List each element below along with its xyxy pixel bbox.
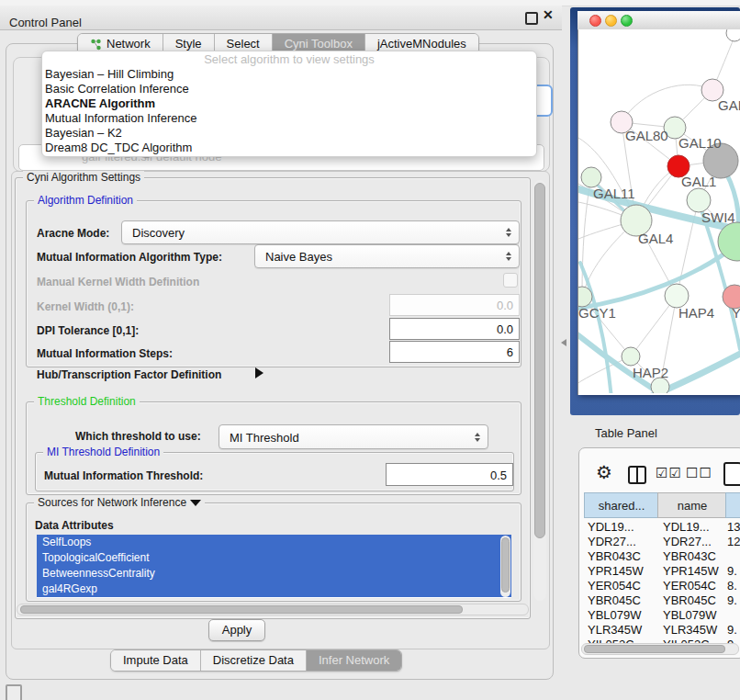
scrollbar-thumb[interactable] (534, 183, 545, 538)
control-panel-header: Control Panel (0, 6, 562, 30)
network-graph: GAL GAL80 GAL10 GAL1 GAL11 SWI4 GAL4 GCY… (578, 29, 740, 393)
group-title: Algorithm Definition (34, 194, 137, 208)
collapse-arrow-icon[interactable] (190, 500, 201, 506)
which-threshold-label: Which threshold to use: (75, 430, 201, 443)
node-label: HAP2 (633, 365, 668, 380)
aracne-mode-label: Aracne Mode: (37, 227, 109, 240)
table-cell[interactable]: YDL19... (663, 520, 710, 534)
table-cell[interactable]: YPR145W (663, 564, 719, 578)
tab-label: Impute Data (123, 650, 188, 671)
node-label: SWI4 (701, 209, 735, 225)
table-cell[interactable]: YBR043C (588, 549, 641, 563)
column-header-name[interactable]: name (657, 492, 727, 518)
tab-label: Infer Network (319, 650, 389, 671)
column-header-shared-name[interactable]: shared... (584, 492, 659, 518)
columns-icon[interactable] (628, 466, 646, 484)
tab-discretize-data[interactable]: Discretize Data (201, 650, 307, 671)
panel-divider-handle[interactable] (561, 339, 566, 346)
node-label: GAL (718, 97, 740, 113)
table-cell[interactable]: YBL079W (663, 608, 717, 622)
group-title: Cyni Algorithm Settings (23, 171, 144, 185)
table-cell[interactable]: YLR345W (588, 623, 642, 637)
app-root: { "control_panel": { "title": "Control P… (0, 0, 740, 700)
hub-section-label: Hub/Transcription Factor Definition (37, 368, 221, 381)
dropdown-item[interactable]: Bayesian – Hill Climbing (42, 67, 536, 82)
dropdown-item[interactable]: Basic Correlation Inference (42, 82, 536, 96)
aracne-mode-combo[interactable]: Discovery (121, 220, 520, 244)
table-cell[interactable]: YBL079W (588, 608, 642, 622)
dropdown-item[interactable]: Dream8 DC_TDC Algorithm (42, 141, 536, 155)
new-table-icon[interactable] (723, 462, 740, 486)
mi-steps-field[interactable]: 6 (389, 341, 520, 363)
table-cell[interactable]: 9. (727, 623, 737, 637)
table-cell[interactable]: YBR045C (588, 593, 641, 607)
attribute-list-scrollbar[interactable] (500, 536, 510, 597)
gear-icon[interactable]: ⚙ (596, 462, 612, 482)
dropdown-item-selected[interactable]: ARACNE Algorithm (42, 96, 536, 111)
node-label: GAL11 (593, 186, 635, 201)
scrollbar-thumb[interactable] (584, 645, 725, 653)
mi-type-value: Naive Bayes (265, 250, 332, 264)
table-hscrollbar[interactable] (581, 643, 739, 655)
close-icon[interactable]: ✕ (543, 7, 554, 22)
table-cell[interactable]: YBR045C (663, 593, 716, 607)
sources-title: Sources for Network Inference (38, 496, 186, 509)
network-node[interactable] (726, 29, 740, 41)
dpi-tolerance-field[interactable]: 0.0 (389, 318, 520, 340)
node-label: Y (732, 305, 740, 321)
network-window-titlebar[interactable] (577, 11, 740, 30)
manual-kernel-checkbox[interactable] (503, 273, 518, 288)
table-cell[interactable]: YLR345W (663, 623, 717, 637)
mi-type-label: Mutual Information Algorithm Type: (37, 251, 222, 264)
table-cell[interactable]: 8. (727, 579, 737, 593)
zoom-window-button[interactable] (621, 15, 633, 27)
mi-threshold-field[interactable]: 0.5 (386, 463, 513, 486)
dropdown-item[interactable]: Bayesian – K2 (42, 126, 536, 141)
network-canvas[interactable]: GAL GAL80 GAL10 GAL1 GAL11 SWI4 GAL4 GCY… (578, 29, 740, 393)
table-cell[interactable]: 9. (727, 593, 737, 607)
table-cell[interactable]: YER054C (663, 579, 716, 593)
table-cell[interactable]: 9. (727, 564, 737, 578)
table-cell[interactable]: YBR043C (663, 549, 716, 563)
apply-button[interactable]: Apply (208, 619, 265, 641)
minimize-window-button[interactable] (605, 15, 617, 27)
attribute-item-selected[interactable]: BetweennessCentrality (37, 566, 511, 581)
tab-infer-network[interactable]: Infer Network (307, 650, 401, 671)
close-window-button[interactable] (589, 15, 601, 27)
tab-impute-data[interactable]: Impute Data (111, 650, 201, 671)
mi-type-combo[interactable]: Naive Bayes (254, 244, 520, 268)
network-icon (90, 39, 102, 51)
attribute-item-selected[interactable]: TopologicalCoefficient (37, 550, 511, 566)
deselect-all-checkboxes-icon[interactable]: ☐☐ (686, 465, 712, 481)
settings-hscrollbar[interactable] (17, 604, 529, 615)
kernel-width-field[interactable]: 0.0 (389, 294, 520, 316)
table-cell[interactable]: 13 (727, 520, 740, 534)
table-cell[interactable]: YDR27... (588, 535, 636, 548)
which-threshold-combo[interactable]: MI Threshold (219, 424, 488, 449)
table-cell[interactable]: 12 (727, 535, 740, 548)
data-attributes-label: Data Attributes (35, 519, 114, 532)
expand-arrow-icon[interactable] (255, 367, 263, 378)
scrollbar-thumb[interactable] (501, 537, 510, 593)
attribute-item-selected[interactable]: SelfLoops (37, 535, 511, 550)
minimized-panel-icon[interactable] (6, 684, 22, 700)
data-attributes-list: SelfLoops TopologicalCoefficient Between… (37, 535, 511, 598)
column-header-partial[interactable] (725, 492, 740, 518)
table-panel-title: Table Panel (595, 426, 657, 440)
table-cell[interactable]: YER054C (588, 579, 641, 593)
table-cell[interactable]: YPR145W (588, 564, 644, 578)
scrollbar-thumb[interactable] (20, 605, 463, 614)
table-cell[interactable]: YDL19... (588, 520, 634, 534)
group-title: Threshold Definition (34, 395, 140, 409)
attribute-item-selected[interactable]: gal4RGexp (37, 581, 511, 597)
node-label: GAL4 (638, 231, 673, 246)
group-title: Sources for Network Inference (34, 496, 205, 510)
network-node[interactable] (581, 167, 601, 187)
float-panel-icon[interactable] (525, 12, 538, 25)
node-label: GCY1 (578, 305, 616, 321)
network-node[interactable] (622, 347, 640, 366)
dropdown-item[interactable]: Mutual Information Inference (42, 111, 536, 126)
select-all-checkboxes-icon[interactable]: ☑☑ (656, 465, 682, 481)
settings-vscrollbar[interactable] (533, 180, 546, 601)
table-cell[interactable]: YDR27... (663, 535, 712, 548)
